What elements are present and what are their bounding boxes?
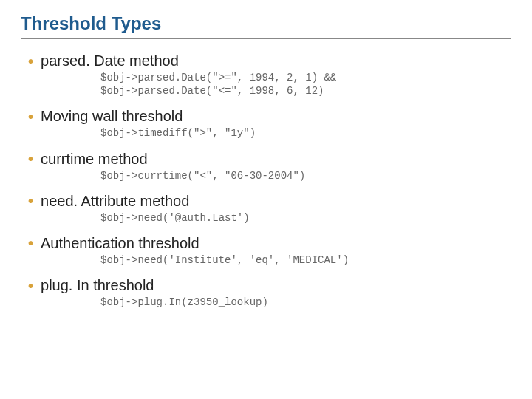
bullet-icon: • xyxy=(28,109,33,124)
item-code: $obj->timediff(">", "1y") xyxy=(100,126,511,140)
bullet-icon: • xyxy=(28,279,33,293)
item-heading: Authentication threshold xyxy=(41,235,200,252)
title-rule xyxy=(21,38,511,39)
item-head: • currtime method xyxy=(21,151,511,168)
item-heading: currtime method xyxy=(41,151,148,168)
list-item: • currtime method $obj->currtime("<", "0… xyxy=(21,151,511,183)
item-heading: plug. In threshold xyxy=(41,277,154,294)
item-heading: Moving wall threshold xyxy=(41,108,183,125)
item-code: $obj->plug.In(z3950_lookup) xyxy=(100,296,511,309)
item-head: • parsed. Date method xyxy=(21,52,511,69)
item-head: • need. Attribute method xyxy=(21,193,511,210)
bullet-icon: • xyxy=(28,151,33,166)
list-item: • Moving wall threshold $obj->timediff("… xyxy=(21,108,511,140)
list-item: • Authentication threshold $obj->need('I… xyxy=(21,235,511,267)
list-item: • plug. In threshold $obj->plug.In(z3950… xyxy=(21,277,511,309)
item-head: • plug. In threshold xyxy=(21,277,511,294)
item-code: $obj->need('@auth.Last') xyxy=(100,211,511,225)
item-head: • Authentication threshold xyxy=(21,235,511,252)
bullet-icon: • xyxy=(28,236,33,250)
bullet-icon: • xyxy=(28,54,33,69)
bullet-icon: • xyxy=(28,194,33,208)
item-head: • Moving wall threshold xyxy=(21,108,511,125)
item-code: $obj->parsed.Date(">=", 1994, 2, 1) && $… xyxy=(100,71,511,98)
item-heading: need. Attribute method xyxy=(41,193,189,210)
item-code: $obj->currtime("<", "06-30-2004") xyxy=(100,169,511,183)
item-heading: parsed. Date method xyxy=(41,52,179,69)
slide-title: Threshold Types xyxy=(21,13,511,34)
list-item: • parsed. Date method $obj->parsed.Date(… xyxy=(21,52,511,98)
list-item: • need. Attribute method $obj->need('@au… xyxy=(21,193,511,225)
item-code: $obj->need('Institute', 'eq', 'MEDICAL') xyxy=(100,253,511,267)
